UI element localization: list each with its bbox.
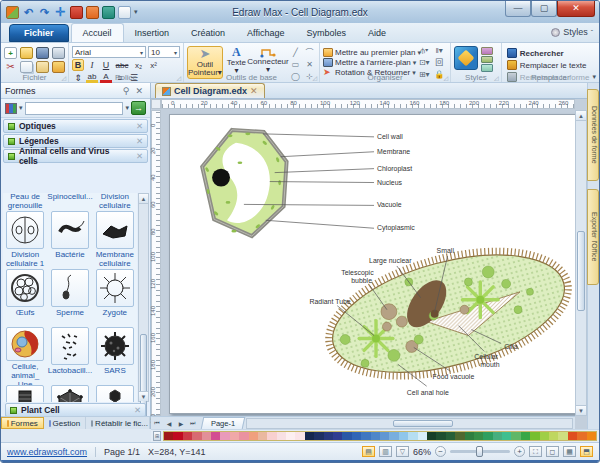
zoom-out-icon[interactable]: − (435, 446, 446, 457)
drawing-page[interactable]: Cell wall Membrane Chloroplast Nucleus V… (169, 114, 575, 414)
quick-style-icon[interactable] (454, 46, 478, 70)
arc-tool-icon[interactable]: ⌒ (303, 48, 316, 59)
dialog-launcher-icon[interactable]: ◿ (176, 74, 181, 81)
scroll-down-icon[interactable]: ▼ (576, 405, 586, 415)
palette-more-icon[interactable]: ⊞ (153, 431, 161, 441)
color-swatch[interactable] (568, 432, 577, 440)
maximize-button[interactable]: ▢ (531, 1, 557, 17)
tab-exporter-office[interactable]: Exporter l'Office (587, 189, 599, 285)
align-icon[interactable]: ⫛▾ (417, 46, 431, 57)
color-swatch[interactable] (173, 432, 182, 440)
open-icon[interactable] (20, 47, 33, 59)
color-swatch[interactable] (530, 432, 539, 440)
group-icon[interactable]: 回 (432, 58, 446, 69)
shadow-style-icon[interactable] (481, 47, 493, 55)
color-swatch[interactable] (352, 432, 361, 440)
color-swatch[interactable] (408, 432, 417, 440)
new-diagram-icon[interactable]: ✛ (54, 6, 67, 19)
scroll-down-icon[interactable]: ▼ (139, 391, 148, 401)
color-swatch[interactable] (305, 432, 314, 440)
color-swatch[interactable] (239, 432, 248, 440)
color-swatch[interactable] (183, 432, 192, 440)
shape-item[interactable]: Cellule, animal_ Une (3, 327, 47, 385)
copy-icon[interactable] (20, 61, 33, 73)
zoom-slider[interactable] (450, 450, 510, 453)
color-swatch[interactable] (258, 432, 267, 440)
color-swatch[interactable] (502, 432, 511, 440)
superscript-button[interactable]: x² (147, 61, 160, 70)
rect-tool-icon[interactable]: ▭ (289, 60, 302, 71)
fill-style-icon[interactable] (481, 64, 493, 72)
print-icon[interactable] (52, 47, 65, 59)
shape-item[interactable]: Œufs (3, 269, 47, 327)
presentation-view-icon[interactable]: ▽ (396, 446, 409, 457)
close-button[interactable]: ✕ (557, 1, 595, 17)
shape-item[interactable]: Virus de la mosaïque (3, 385, 47, 402)
color-swatch[interactable] (483, 432, 492, 440)
close-section-icon[interactable]: ✕ (136, 121, 143, 131)
page-layout-view-icon[interactable]: ▥ (379, 446, 392, 457)
export-ppt-icon[interactable] (86, 6, 99, 19)
close-panel-icon[interactable]: ✕ (132, 86, 146, 96)
tab-formes[interactable]: Formes (1, 417, 44, 429)
shape-item[interactable]: Peau de grenouille (3, 193, 47, 211)
tab-donnees-de-forme[interactable]: Données de forme (587, 89, 599, 181)
zoom-in-icon[interactable]: + (514, 446, 525, 457)
color-swatch[interactable] (361, 432, 370, 440)
find-button[interactable]: Rechercher (507, 48, 596, 58)
next-page-icon[interactable]: ▶ (175, 420, 187, 427)
dialog-launcher-icon[interactable]: ◿ (312, 74, 317, 81)
section-optiques[interactable]: Optiques ✕ (3, 119, 148, 133)
redo-icon[interactable]: ↷ (38, 6, 51, 19)
color-swatch[interactable] (230, 432, 239, 440)
dialog-launcher-icon[interactable]: ◿ (61, 74, 66, 81)
color-swatch[interactable] (389, 432, 398, 440)
tab-gestion[interactable]: Gestion (44, 417, 86, 429)
undo-icon[interactable]: ↶ (22, 6, 35, 19)
edrawsoft-link[interactable]: www.edrawsoft.com (7, 447, 87, 457)
shape-item[interactable]: Division cellulaire 1 (3, 211, 47, 269)
color-swatch[interactable] (164, 432, 173, 440)
paramecium-figure[interactable]: Large nuclear Small Telescopic bubble Ra… (309, 228, 575, 399)
shape-item[interactable]: Spinocellul... (47, 193, 92, 211)
library-icon[interactable] (5, 103, 17, 114)
export-image-icon[interactable] (118, 6, 131, 19)
zoom-region-icon[interactable]: ◻ (546, 446, 559, 457)
prev-page-icon[interactable]: ◀ (163, 420, 175, 427)
export-pdf-icon[interactable] (70, 6, 83, 19)
cut-icon[interactable]: ✂ (4, 61, 17, 73)
first-page-icon[interactable]: ⏮ (151, 420, 163, 427)
position-icon[interactable]: ⊡▾ (417, 58, 431, 69)
color-swatch[interactable] (418, 432, 427, 440)
underline-button[interactable]: U (100, 60, 112, 70)
new-document-icon[interactable]: + (4, 47, 17, 59)
shape-search-input[interactable] (25, 102, 124, 115)
shape-item[interactable]: Sperme (47, 269, 92, 327)
distribute-icon[interactable]: ‖▾ (432, 46, 446, 57)
color-swatch[interactable] (249, 432, 258, 440)
section-plant-cell[interactable]: Plant Cell ✕ (5, 403, 146, 417)
shape-item[interactable]: Lactobacill... (47, 327, 92, 385)
color-swatch[interactable] (587, 432, 596, 440)
dialog-launcher-icon[interactable]: ◿ (494, 74, 499, 81)
tab-insertion[interactable]: Insertion (124, 24, 181, 42)
shape-item[interactable]: SARS (93, 327, 137, 385)
color-swatch[interactable] (465, 432, 474, 440)
shape-item[interactable]: Bactérie (47, 211, 92, 269)
tab-affichage[interactable]: Affichage (236, 24, 295, 42)
color-swatch[interactable] (455, 432, 464, 440)
color-swatch[interactable] (286, 432, 295, 440)
plant-cell-figure[interactable]: Cell wall Membrane Chloroplast Nucleus V… (202, 130, 415, 236)
color-swatch[interactable] (380, 432, 389, 440)
color-swatch[interactable] (314, 432, 323, 440)
styles-quick-menu[interactable]: Styles ˇ (551, 27, 593, 37)
fullscreen-icon[interactable]: ⬒ (580, 446, 593, 457)
color-swatch[interactable] (267, 432, 276, 440)
sidebar-scrollbar[interactable]: ▲ ▼ (138, 193, 149, 402)
search-go-button[interactable]: → (131, 101, 146, 115)
dialog-launcher-icon[interactable]: ◿ (444, 74, 449, 81)
shape-item[interactable]: Coliphage (93, 385, 137, 402)
fit-page-icon[interactable]: ⛶ (529, 446, 542, 457)
tab-retablir[interactable]: Rétablir le fic... (86, 417, 150, 429)
color-swatch[interactable] (192, 432, 201, 440)
